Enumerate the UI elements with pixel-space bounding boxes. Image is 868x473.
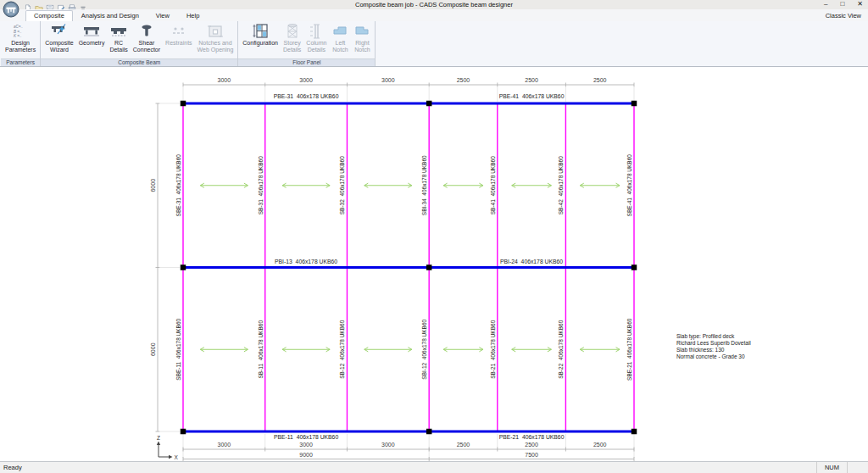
right-notch-label: RightNotch: [354, 40, 370, 53]
status-bar: Ready NUM: [0, 461, 868, 473]
beam-label-SB-42: SB-42 406x178 UKB60: [558, 156, 564, 214]
dimension-label: 3000: [381, 77, 395, 83]
beam-label-SB-12: SB-12 406x178 UKB60: [339, 320, 345, 378]
geometry-button[interactable]: Geometry: [76, 22, 108, 47]
slab-note-line: Normal concrete - Grade 30: [676, 353, 745, 359]
beam-label-SB-31: SB-31 406x178 UKB60: [258, 156, 264, 214]
new-document-icon: [24, 1, 32, 9]
beam-label-SB-41: SB-41 406x178 UKB60: [490, 156, 496, 214]
beam-label-SBE-21: SBE-21 406x178 UKB60: [626, 318, 632, 381]
notches-web-opening-button: Notches andWeb Opening: [195, 22, 236, 53]
axis-x-label: X: [175, 454, 179, 460]
dimension-label: 2500: [525, 77, 538, 83]
left-notch-icon: [331, 23, 348, 40]
configuration-label: Configuration: [242, 40, 278, 47]
beam-label-SB-21: SB-21 406x178 UKB60: [490, 320, 496, 378]
design-parameters-button[interactable]: aC=..B =..K =..DesignParameters: [3, 22, 38, 53]
print-button[interactable]: [68, 1, 76, 9]
design-parameters-label: DesignParameters: [5, 40, 36, 53]
beam-label-PBI-13: PBI-13 406x178 UKB60: [275, 259, 337, 264]
parameters-group-caption: Parameters: [1, 58, 40, 66]
column-details-button: ColumnDetails: [303, 22, 329, 53]
dimension-label: 7500: [525, 452, 538, 458]
beam-node: [426, 101, 432, 107]
tab-composite[interactable]: Composite: [25, 10, 73, 21]
window-title: Composite beam job - CADS Composite beam…: [0, 0, 868, 9]
restraints-label: Restraints: [165, 40, 192, 47]
composite-wizard-button[interactable]: CompositeWizard: [42, 22, 75, 53]
beam-label-PBE-21: PBE-21 406x178 UKB60: [499, 434, 565, 440]
app-window: Composite beam job - CADS Composite beam…: [0, 0, 868, 473]
beam-label-PBI-24: PBI-24 406x178 UKB60: [500, 259, 563, 264]
dimension-label: 3000: [299, 442, 313, 448]
rc-details-button[interactable]: RCDetails: [107, 22, 130, 53]
beam-node: [632, 101, 637, 107]
dimension-label: 3000: [218, 442, 231, 448]
axis-z-label: Z: [157, 435, 160, 441]
composite-beam-group-caption: Composite Beam: [41, 58, 237, 66]
print-icon: [68, 1, 76, 9]
beam-node: [181, 429, 186, 435]
beam-label-PBE-31: PBE-31 406x178 UKB60: [274, 93, 339, 99]
dimension-label: 2500: [525, 442, 538, 448]
customize-quick-access-button[interactable]: [79, 1, 87, 9]
beam-label-SBE-11: SBE-11 406x178 UKB60: [175, 318, 181, 380]
maximize-button[interactable]: □: [840, 0, 844, 9]
dimension-label: 6000: [150, 342, 156, 356]
ribbon: aC=..B =..K =..DesignParametersParameter…: [0, 21, 868, 67]
shear-connector-button[interactable]: ShearConnector: [131, 22, 163, 53]
open-folder-icon: [35, 1, 43, 9]
slab-note-line: Richard Lees Superib Dovetail: [676, 340, 751, 347]
dimension-label: 6000: [150, 179, 156, 192]
tab-help[interactable]: Help: [178, 10, 208, 21]
composite-wizard-icon: [51, 23, 68, 40]
beam-node: [426, 264, 432, 270]
beam-label-PBE-41: PBE-41 406x178 UKB60: [499, 93, 565, 99]
beam-node: [632, 429, 637, 435]
beam-label-SBI-12: SBI-12 406x178 UKB60: [421, 319, 427, 379]
slab-note-line: Slab type: Profiled deck: [676, 333, 735, 340]
shear-connector-label: ShearConnector: [133, 40, 160, 53]
dimension-label: 3000: [218, 77, 231, 83]
restraints-button: Restraints: [163, 22, 195, 47]
beam-label-SBE-41: SBE-41 406x178 UKB60: [626, 154, 632, 217]
parameters-group: aC=..B =..K =..DesignParametersParameter…: [1, 21, 41, 66]
close-button[interactable]: ✕: [857, 0, 863, 9]
geometry-label: Geometry: [79, 40, 105, 47]
left-notch-label: LeftNotch: [332, 40, 348, 53]
tab-analysis-and-design[interactable]: Analysis and Design: [73, 10, 147, 21]
restraints-icon: [170, 23, 187, 40]
drawing-canvas[interactable]: 3000300030002500250025006000600030003000…: [0, 67, 868, 461]
design-parameters-icon: aC=..B =..K =..: [12, 23, 29, 40]
notches-web-opening-label: Notches andWeb Opening: [198, 40, 234, 53]
edit-button[interactable]: [57, 1, 65, 9]
plan-drawing: 3000300030002500250025006000600030003000…: [0, 67, 868, 461]
right-notch-button: RightNotch: [351, 22, 373, 53]
window-controls: – □ ✕: [824, 0, 863, 9]
new-document-button[interactable]: [24, 1, 32, 9]
status-text: Ready: [0, 464, 22, 471]
floor-panel-group-caption: Floor Panel: [238, 58, 375, 66]
storey-details-label: StoreyDetails: [283, 40, 301, 53]
tab-view[interactable]: View: [147, 10, 178, 21]
geometry-icon: [83, 23, 100, 40]
configuration-button[interactable]: Configuration: [240, 22, 281, 47]
composite-wizard-label: CompositeWizard: [45, 40, 73, 53]
app-logo-icon: [3, 1, 19, 18]
svg-text:K =..: K =..: [14, 34, 22, 38]
open-folder-button[interactable]: [35, 1, 43, 9]
notches-web-opening-icon: [207, 23, 224, 40]
right-notch-icon: [353, 23, 370, 40]
dimension-label: 3000: [381, 442, 395, 448]
minimize-button[interactable]: –: [824, 0, 827, 9]
classic-view-toggle[interactable]: Classic View: [826, 10, 868, 21]
beam-node: [181, 101, 186, 107]
storey-details-button: StoreyDetails: [281, 22, 303, 53]
application-menu-button[interactable]: [3, 1, 19, 18]
column-details-icon: [308, 23, 325, 40]
save-button[interactable]: [46, 1, 54, 9]
composite-beam-group: CompositeWizardGeometryRCDetailsShearCon…: [41, 21, 238, 66]
dimension-label: 2500: [457, 77, 470, 83]
column-details-label: ColumnDetails: [306, 40, 326, 53]
beam-label-SBE-31: SBE-31 406x178 UKB60: [175, 154, 181, 217]
